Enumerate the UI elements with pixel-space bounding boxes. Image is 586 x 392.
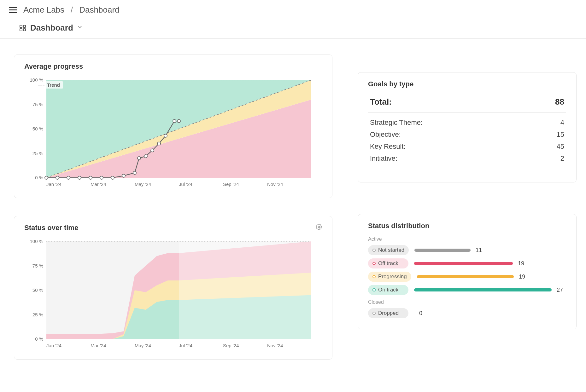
svg-text:75 %: 75 % bbox=[32, 102, 43, 107]
status-count: 11 bbox=[476, 247, 485, 254]
average-progress-svg: 0 %25 %50 %75 %100 %Jan '24Mar '24May '2… bbox=[24, 77, 314, 190]
svg-rect-1 bbox=[23, 25, 26, 27]
dashboard-grid: Average progress Trend 0 %25 %50 %75 %10… bbox=[0, 39, 586, 375]
svg-text:0 %: 0 % bbox=[35, 336, 43, 342]
goals-row-label: Strategic Theme: bbox=[370, 118, 423, 127]
card-title-text: Goals by type bbox=[368, 80, 413, 88]
goals-row: Strategic Theme:4 bbox=[368, 117, 566, 129]
dashboard-icon bbox=[19, 24, 26, 32]
svg-point-22 bbox=[67, 176, 70, 179]
card-status-distribution: Status distribution Active Not started11… bbox=[358, 214, 577, 329]
status-pill[interactable]: Progressing bbox=[368, 272, 411, 282]
svg-text:Jul '24: Jul '24 bbox=[179, 343, 192, 348]
svg-point-36 bbox=[318, 226, 320, 228]
svg-rect-38 bbox=[179, 241, 311, 339]
svg-text:Jan '24: Jan '24 bbox=[46, 182, 62, 187]
svg-point-27 bbox=[122, 174, 125, 177]
svg-point-35 bbox=[177, 119, 180, 123]
svg-text:0 %: 0 % bbox=[35, 175, 43, 180]
goals-row-value: 2 bbox=[560, 154, 564, 163]
status-row: Progressing19 bbox=[368, 272, 566, 282]
status-over-time-svg: 0 %25 %50 %75 %100 %Jan '24Mar '24May '2… bbox=[24, 238, 314, 352]
trend-dash-icon bbox=[38, 85, 44, 85]
breadcrumb-current[interactable]: Dashboard bbox=[79, 5, 119, 15]
status-label: Off track bbox=[378, 260, 398, 267]
status-count: 0 bbox=[419, 310, 429, 317]
svg-rect-0 bbox=[20, 25, 22, 27]
hamburger-menu-button[interactable] bbox=[8, 6, 18, 14]
svg-text:50 %: 50 % bbox=[32, 287, 43, 293]
card-status-over-time: Status over time 0 %25 %50 %75 %100 %Jan… bbox=[14, 216, 332, 360]
status-row: Not started11 bbox=[368, 245, 566, 255]
status-dot-icon bbox=[372, 249, 376, 252]
chevron-down-icon[interactable] bbox=[77, 24, 83, 32]
status-label: Progressing bbox=[378, 274, 407, 280]
svg-point-20 bbox=[45, 176, 48, 179]
status-bar-wrap: 0 bbox=[414, 310, 566, 317]
chart-status-over-time: 0 %25 %50 %75 %100 %Jan '24Mar '24May '2… bbox=[24, 238, 322, 352]
svg-point-23 bbox=[78, 176, 81, 179]
status-row: Off track19 bbox=[368, 258, 566, 268]
svg-text:Mar '24: Mar '24 bbox=[91, 182, 106, 187]
chart-average-progress: Trend 0 %25 %50 %75 %100 %Jan '24Mar '24… bbox=[24, 77, 322, 190]
status-count: 19 bbox=[518, 260, 527, 267]
top-header: Acme Labs / Dashboard bbox=[0, 0, 586, 20]
status-bar-wrap: 19 bbox=[414, 260, 566, 267]
status-bar-wrap: 19 bbox=[417, 274, 566, 280]
svg-point-26 bbox=[111, 176, 114, 179]
goals-row-value: 45 bbox=[557, 142, 564, 151]
section-closed-label: Closed bbox=[368, 299, 566, 305]
svg-point-32 bbox=[157, 142, 161, 145]
card-average-progress: Average progress Trend 0 %25 %50 %75 %10… bbox=[14, 55, 332, 198]
page-subheader: Dashboard bbox=[0, 20, 586, 39]
legend-trend: Trend bbox=[35, 81, 63, 89]
status-pill[interactable]: Dropped bbox=[368, 308, 408, 318]
svg-text:Sep '24: Sep '24 bbox=[223, 343, 239, 348]
goals-total-value: 88 bbox=[555, 97, 564, 107]
svg-text:75 %: 75 % bbox=[32, 263, 43, 268]
status-label: Not started bbox=[378, 247, 404, 253]
page-title: Dashboard bbox=[30, 23, 73, 33]
status-bar bbox=[417, 275, 514, 278]
svg-text:May '24: May '24 bbox=[135, 182, 151, 187]
goals-row: Initiative:2 bbox=[368, 153, 566, 164]
status-label: On track bbox=[378, 287, 398, 293]
card-title-text: Status over time bbox=[24, 224, 78, 232]
status-bar-wrap: 27 bbox=[414, 287, 566, 293]
svg-point-34 bbox=[173, 119, 176, 123]
goals-total-label: Total: bbox=[370, 97, 392, 107]
status-pill[interactable]: Not started bbox=[368, 245, 409, 255]
svg-rect-2 bbox=[20, 29, 22, 31]
breadcrumb-root[interactable]: Acme Labs bbox=[23, 5, 64, 15]
svg-text:Jan '24: Jan '24 bbox=[46, 343, 62, 348]
svg-text:Nov '24: Nov '24 bbox=[267, 182, 283, 187]
goals-row-value: 4 bbox=[560, 118, 564, 127]
svg-point-28 bbox=[133, 171, 136, 175]
status-bar-wrap: 11 bbox=[414, 247, 566, 254]
svg-point-24 bbox=[89, 176, 92, 179]
svg-rect-3 bbox=[23, 29, 26, 31]
status-pill[interactable]: On track bbox=[368, 285, 408, 295]
svg-text:Jul '24: Jul '24 bbox=[179, 182, 192, 187]
svg-text:50 %: 50 % bbox=[32, 126, 43, 131]
status-bar bbox=[414, 262, 513, 265]
status-dot-icon bbox=[372, 288, 376, 291]
gear-icon[interactable] bbox=[316, 224, 322, 232]
svg-point-25 bbox=[100, 176, 103, 179]
goals-row-value: 15 bbox=[557, 130, 564, 139]
svg-text:Mar '24: Mar '24 bbox=[91, 343, 106, 348]
svg-point-30 bbox=[144, 155, 147, 158]
status-pill[interactable]: Off track bbox=[368, 258, 408, 268]
status-bar bbox=[414, 249, 471, 252]
goals-row-label: Key Result: bbox=[370, 142, 406, 151]
goals-row: Key Result:45 bbox=[368, 141, 566, 153]
breadcrumb: Acme Labs / Dashboard bbox=[23, 5, 120, 15]
svg-text:Nov '24: Nov '24 bbox=[267, 343, 283, 348]
goals-total-row: Total: 88 bbox=[368, 95, 566, 113]
status-count: 27 bbox=[557, 287, 566, 293]
goals-row-label: Objective: bbox=[370, 130, 401, 139]
goals-row: Objective:15 bbox=[368, 129, 566, 141]
svg-point-31 bbox=[151, 149, 154, 152]
goals-row-label: Initiative: bbox=[370, 154, 397, 163]
svg-text:25 %: 25 % bbox=[32, 151, 43, 156]
